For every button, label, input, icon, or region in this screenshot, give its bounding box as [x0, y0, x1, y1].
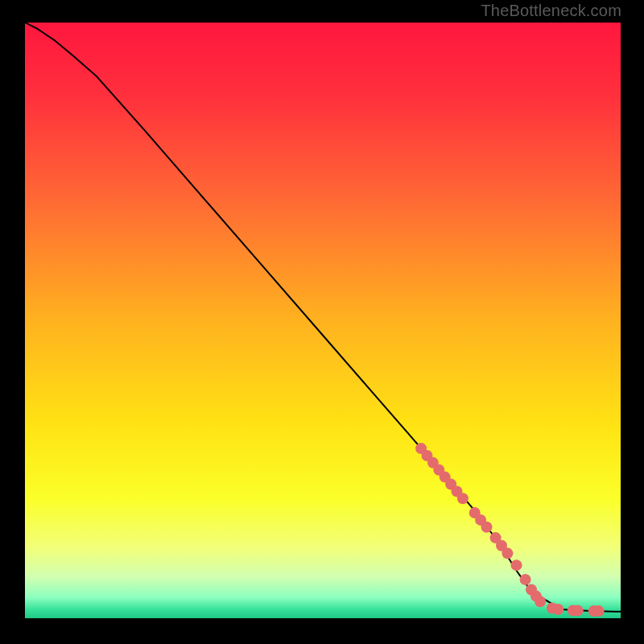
- data-point: [552, 604, 564, 615]
- data-point: [520, 574, 531, 585]
- chart-frame: TheBottleneck.com: [0, 0, 644, 644]
- data-point: [572, 605, 584, 616]
- data-point: [481, 522, 493, 533]
- data-point: [457, 493, 469, 504]
- data-point: [502, 547, 513, 559]
- chart-svg: [25, 23, 621, 618]
- plot-area: [25, 23, 621, 618]
- attribution-label: TheBottleneck.com: [481, 2, 621, 20]
- data-point: [593, 605, 605, 617]
- gradient-background: [25, 23, 621, 618]
- data-point: [535, 596, 546, 607]
- data-point: [511, 559, 522, 571]
